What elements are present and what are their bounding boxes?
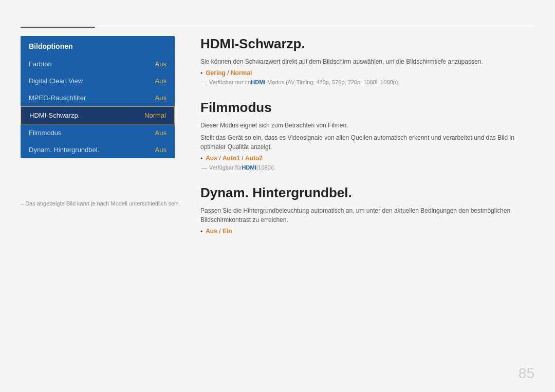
main-content: HDMI-Schwarzp.Sie können den Schwarzwert… — [200, 36, 534, 371]
sidebar-item-value: Aus — [155, 129, 166, 137]
sidebar-item-label: Farbton — [29, 60, 52, 68]
section-hdmi-schwarzp: HDMI-Schwarzp.Sie können den Schwarzwert… — [200, 36, 534, 85]
section-filmmodus: FilmmodusDieser Modus eignet sich zum Be… — [200, 100, 534, 171]
sidebar-item-label: Digital Clean View — [29, 77, 83, 85]
bullet-dot: • — [200, 70, 202, 77]
section-title-hdmi-schwarzp: HDMI-Schwarzp. — [200, 36, 534, 52]
bullet-item-dynam-hintergrundbel-0: •Aus / Ein — [200, 228, 534, 235]
section-desc-hdmi-schwarzp: Sie können den Schwarzwert direkt auf de… — [200, 57, 534, 66]
normal-text: / — [240, 155, 245, 162]
sidebar-item-farbton[interactable]: FarbtonAus — [21, 55, 175, 72]
section-desc-dynam-hintergrundbel: Passen Sie die Hintergrundbeleuchtung au… — [200, 206, 534, 225]
sidebar-item-value: Aus — [155, 60, 166, 68]
bullet-dot: • — [200, 228, 202, 235]
normal-text: / — [226, 69, 231, 77]
normal-text: / — [217, 228, 223, 235]
sidebar-item-label: HDMI-Schwarzp. — [29, 111, 80, 119]
section-note-hdmi-schwarzp: Verfügbar nur im HDMI-Modus (AV-Timing: … — [200, 79, 534, 85]
sidebar: Bildoptionen FarbtonAusDigital Clean Vie… — [21, 36, 175, 158]
sidebar-item-label: MPEG-Rauschfilter — [29, 94, 86, 102]
section-desc1-filmmodus: Dieser Modus eignet sich zum Betrachten … — [200, 121, 534, 130]
sidebar-item-digital-clean-view[interactable]: Digital Clean ViewAus — [21, 72, 175, 89]
sidebar-item-value: Aus — [155, 94, 166, 102]
highlight-orange: Auto2 — [245, 155, 263, 162]
bullet-item-filmmodus-0: •Aus / Auto1 / Auto2 — [200, 155, 534, 162]
top-accent-line — [21, 27, 95, 28]
bullet-text: Gering / Normal — [206, 69, 252, 77]
bullet-text: Aus / Ein — [206, 228, 232, 235]
section-title-filmmodus: Filmmodus — [200, 100, 534, 116]
sidebar-item-value: Normal — [144, 111, 166, 119]
bullet-dot: • — [200, 155, 202, 162]
bullet-item-hdmi-schwarzp-0: •Gering / Normal — [200, 69, 534, 77]
note-hdmi-highlight: HDMI — [251, 79, 265, 85]
section-dynam-hintergrundbel: Dynam. Hintergrundbel.Passen Sie die Hin… — [200, 185, 534, 235]
section-title-dynam-hintergrundbel: Dynam. Hintergrundbel. — [200, 185, 534, 201]
sidebar-footnote: – Das angezeigte Bild kann je nach Model… — [21, 200, 180, 207]
highlight-orange: Normal — [231, 69, 252, 77]
sidebar-item-filmmodus[interactable]: FilmmodusAus — [21, 124, 175, 141]
sidebar-item-mpeg-rauschfilter[interactable]: MPEG-RauschfilterAus — [21, 89, 175, 106]
section-note-filmmodus: Verfügbar für HDMI (1080i). — [200, 164, 534, 171]
sidebar-item-value: Aus — [155, 146, 166, 154]
highlight-orange: Ein — [223, 228, 232, 235]
sidebar-item-hdmi-schwarzp[interactable]: HDMI-Schwarzp.Normal — [21, 106, 175, 124]
note-hdmi-highlight: HDMI — [242, 164, 256, 171]
sidebar-item-label: Dynam. Hintergrundbel. — [29, 146, 99, 154]
top-divider-line — [21, 27, 534, 27]
sidebar-item-dynam-hintergrundbel[interactable]: Dynam. Hintergrundbel.Aus — [21, 141, 175, 158]
highlight-orange: Aus — [206, 155, 217, 162]
highlight-orange: Aus — [206, 228, 217, 235]
highlight-orange: Gering — [206, 69, 226, 77]
section-desc2-filmmodus: Stellt das Gerät so ein, dass es Videosi… — [200, 133, 534, 152]
sidebar-item-value: Aus — [155, 77, 166, 85]
page-number: 85 — [519, 365, 534, 382]
sidebar-item-label: Filmmodus — [29, 129, 62, 137]
bullet-text: Aus / Auto1 / Auto2 — [206, 155, 263, 162]
normal-text: / — [217, 155, 223, 162]
highlight-orange: Auto1 — [223, 155, 240, 162]
sidebar-title: Bildoptionen — [21, 36, 175, 55]
